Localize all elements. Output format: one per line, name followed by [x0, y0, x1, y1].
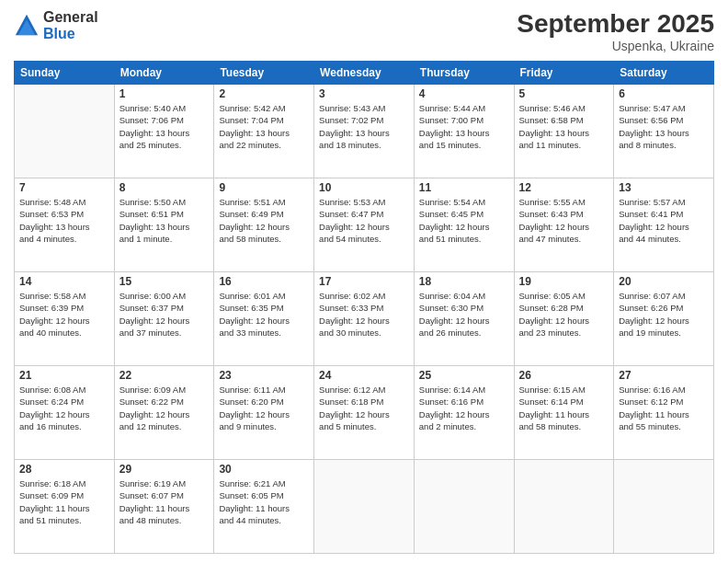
cell-w1-d1: [15, 85, 115, 178]
day-number: 20: [619, 275, 709, 288]
day-number: 10: [319, 181, 409, 194]
logo-blue-text: Blue: [43, 26, 98, 42]
cell-w5-d5: [414, 460, 514, 554]
cell-w1-d4: 3Sunrise: 5:43 AM Sunset: 7:02 PM Daylig…: [314, 85, 415, 178]
header-tuesday: Tuesday: [214, 62, 314, 85]
calendar-header: Sunday Monday Tuesday Wednesday Thursday…: [15, 62, 714, 85]
day-number: 16: [219, 275, 309, 288]
logo-general-text: General: [43, 9, 98, 26]
day-number: 3: [319, 87, 409, 100]
cell-info: Sunrise: 6:21 AM Sunset: 6:05 PM Dayligh…: [219, 477, 309, 526]
cell-w4-d4: 24Sunrise: 6:12 AM Sunset: 6:18 PM Dayli…: [314, 366, 415, 460]
day-number: 25: [419, 369, 509, 382]
day-number: 4: [419, 87, 509, 100]
cell-info: Sunrise: 6:00 AM Sunset: 6:37 PM Dayligh…: [119, 290, 210, 339]
cell-w4-d7: 27Sunrise: 6:16 AM Sunset: 6:12 PM Dayli…: [614, 366, 714, 460]
cell-w5-d6: [514, 460, 614, 554]
month-title: September 2025: [517, 9, 714, 39]
header-wednesday: Wednesday: [314, 62, 415, 85]
cell-w3-d2: 15Sunrise: 6:00 AM Sunset: 6:37 PM Dayli…: [114, 272, 214, 366]
cell-info: Sunrise: 6:05 AM Sunset: 6:28 PM Dayligh…: [519, 290, 609, 339]
header-thursday: Thursday: [414, 62, 514, 85]
cell-w3-d6: 19Sunrise: 6:05 AM Sunset: 6:28 PM Dayli…: [514, 272, 614, 366]
cell-info: Sunrise: 5:58 AM Sunset: 6:39 PM Dayligh…: [19, 290, 109, 339]
cell-info: Sunrise: 6:16 AM Sunset: 6:12 PM Dayligh…: [619, 384, 709, 432]
cell-w2-d3: 9Sunrise: 5:51 AM Sunset: 6:49 PM Daylig…: [214, 178, 314, 272]
day-number: 30: [219, 463, 309, 476]
page: General Blue September 2025 Uspenka, Ukr…: [0, 0, 728, 563]
day-number: 29: [119, 463, 210, 476]
cell-w2-d1: 7Sunrise: 5:48 AM Sunset: 6:53 PM Daylig…: [15, 178, 115, 272]
cell-w5-d1: 28Sunrise: 6:18 AM Sunset: 6:09 PM Dayli…: [15, 460, 115, 554]
logo-text: General Blue: [43, 9, 98, 41]
cell-info: Sunrise: 5:40 AM Sunset: 7:06 PM Dayligh…: [119, 102, 210, 151]
cell-info: Sunrise: 6:15 AM Sunset: 6:14 PM Dayligh…: [519, 384, 609, 432]
cell-info: Sunrise: 5:54 AM Sunset: 6:45 PM Dayligh…: [419, 196, 509, 245]
calendar-table: Sunday Monday Tuesday Wednesday Thursday…: [14, 61, 714, 554]
day-number: 24: [319, 369, 409, 382]
week-row-1: 1Sunrise: 5:40 AM Sunset: 7:06 PM Daylig…: [15, 85, 714, 178]
header-saturday: Saturday: [614, 62, 714, 85]
cell-info: Sunrise: 5:42 AM Sunset: 7:04 PM Dayligh…: [219, 102, 309, 151]
cell-w3-d1: 14Sunrise: 5:58 AM Sunset: 6:39 PM Dayli…: [15, 272, 115, 366]
day-number: 19: [519, 275, 609, 288]
cell-w4-d1: 21Sunrise: 6:08 AM Sunset: 6:24 PM Dayli…: [15, 366, 115, 460]
day-number: 27: [619, 369, 709, 382]
cell-w1-d5: 4Sunrise: 5:44 AM Sunset: 7:00 PM Daylig…: [414, 85, 514, 178]
cell-info: Sunrise: 6:08 AM Sunset: 6:24 PM Dayligh…: [19, 384, 109, 432]
cell-info: Sunrise: 5:48 AM Sunset: 6:53 PM Dayligh…: [19, 196, 109, 245]
cell-w3-d3: 16Sunrise: 6:01 AM Sunset: 6:35 PM Dayli…: [214, 272, 314, 366]
day-number: 26: [519, 369, 609, 382]
cell-info: Sunrise: 6:07 AM Sunset: 6:26 PM Dayligh…: [619, 290, 709, 339]
cell-info: Sunrise: 5:43 AM Sunset: 7:02 PM Dayligh…: [319, 102, 409, 151]
cell-w3-d5: 18Sunrise: 6:04 AM Sunset: 6:30 PM Dayli…: [414, 272, 514, 366]
header-row: Sunday Monday Tuesday Wednesday Thursday…: [15, 62, 714, 85]
day-number: 15: [119, 275, 210, 288]
header-sunday: Sunday: [15, 62, 115, 85]
cell-info: Sunrise: 6:18 AM Sunset: 6:09 PM Dayligh…: [19, 477, 109, 526]
day-number: 11: [419, 181, 509, 194]
cell-w1-d6: 5Sunrise: 5:46 AM Sunset: 6:58 PM Daylig…: [514, 85, 614, 178]
day-number: 5: [519, 87, 609, 100]
day-number: 7: [19, 181, 109, 194]
cell-info: Sunrise: 5:47 AM Sunset: 6:56 PM Dayligh…: [619, 102, 709, 151]
header-friday: Friday: [514, 62, 614, 85]
cell-w2-d5: 11Sunrise: 5:54 AM Sunset: 6:45 PM Dayli…: [414, 178, 514, 272]
cell-w5-d2: 29Sunrise: 6:19 AM Sunset: 6:07 PM Dayli…: [114, 460, 214, 554]
cell-w5-d4: [314, 460, 415, 554]
logo-icon: [14, 13, 40, 39]
cell-info: Sunrise: 5:57 AM Sunset: 6:41 PM Dayligh…: [619, 196, 709, 245]
day-number: 21: [19, 369, 109, 382]
day-number: 23: [219, 369, 309, 382]
cell-info: Sunrise: 5:50 AM Sunset: 6:51 PM Dayligh…: [119, 196, 210, 245]
cell-w5-d7: [614, 460, 714, 554]
cell-info: Sunrise: 6:11 AM Sunset: 6:20 PM Dayligh…: [219, 384, 309, 432]
cell-info: Sunrise: 6:01 AM Sunset: 6:35 PM Dayligh…: [219, 290, 309, 339]
cell-info: Sunrise: 6:04 AM Sunset: 6:30 PM Dayligh…: [419, 290, 509, 339]
day-number: 17: [319, 275, 409, 288]
week-row-5: 28Sunrise: 6:18 AM Sunset: 6:09 PM Dayli…: [15, 460, 714, 554]
cell-w4-d5: 25Sunrise: 6:14 AM Sunset: 6:16 PM Dayli…: [414, 366, 514, 460]
day-number: 6: [619, 87, 709, 100]
cell-w2-d7: 13Sunrise: 5:57 AM Sunset: 6:41 PM Dayli…: [614, 178, 714, 272]
logo: General Blue: [14, 9, 98, 41]
cell-info: Sunrise: 6:09 AM Sunset: 6:22 PM Dayligh…: [119, 384, 210, 432]
cell-info: Sunrise: 5:53 AM Sunset: 6:47 PM Dayligh…: [319, 196, 409, 245]
cell-w2-d2: 8Sunrise: 5:50 AM Sunset: 6:51 PM Daylig…: [114, 178, 214, 272]
day-number: 12: [519, 181, 609, 194]
cell-info: Sunrise: 6:12 AM Sunset: 6:18 PM Dayligh…: [319, 384, 409, 432]
day-number: 9: [219, 181, 309, 194]
day-number: 8: [119, 181, 210, 194]
cell-w4-d2: 22Sunrise: 6:09 AM Sunset: 6:22 PM Dayli…: [114, 366, 214, 460]
day-number: 1: [119, 87, 210, 100]
cell-w5-d3: 30Sunrise: 6:21 AM Sunset: 6:05 PM Dayli…: [214, 460, 314, 554]
day-number: 2: [219, 87, 309, 100]
cell-w4-d3: 23Sunrise: 6:11 AM Sunset: 6:20 PM Dayli…: [214, 366, 314, 460]
cell-info: Sunrise: 6:02 AM Sunset: 6:33 PM Dayligh…: [319, 290, 409, 339]
cell-info: Sunrise: 5:46 AM Sunset: 6:58 PM Dayligh…: [519, 102, 609, 151]
day-number: 22: [119, 369, 210, 382]
week-row-4: 21Sunrise: 6:08 AM Sunset: 6:24 PM Dayli…: [15, 366, 714, 460]
cell-info: Sunrise: 6:19 AM Sunset: 6:07 PM Dayligh…: [119, 477, 210, 526]
cell-w3-d7: 20Sunrise: 6:07 AM Sunset: 6:26 PM Dayli…: [614, 272, 714, 366]
cell-w4-d6: 26Sunrise: 6:15 AM Sunset: 6:14 PM Dayli…: [514, 366, 614, 460]
